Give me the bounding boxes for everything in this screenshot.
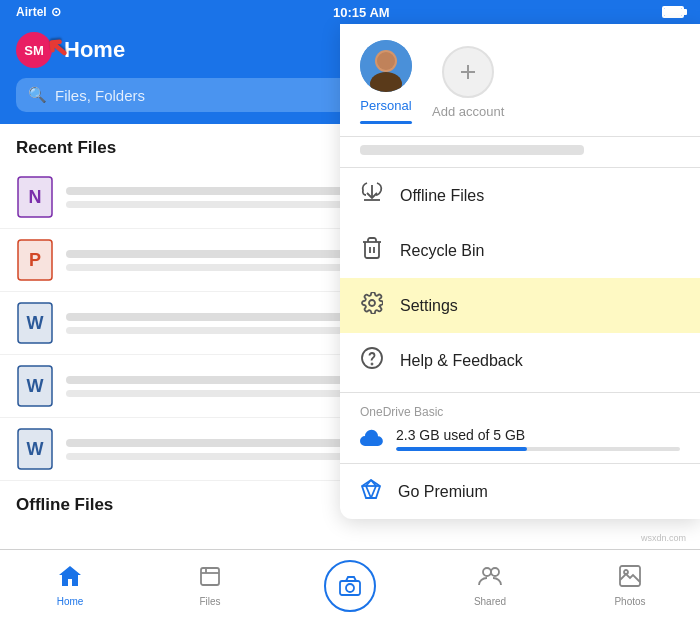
recycle-bin-label: Recycle Bin (400, 242, 484, 260)
svg-point-17 (346, 584, 354, 592)
storage-bar (396, 447, 680, 451)
recent-files-title: Recent Files (16, 138, 116, 158)
menu-item-help[interactable]: Help & Feedback (340, 333, 700, 388)
personal-account[interactable]: Personal (360, 40, 412, 124)
svg-rect-15 (201, 568, 219, 585)
file-meta (66, 390, 359, 397)
help-label: Help & Feedback (400, 352, 523, 370)
word-icon: W (16, 364, 54, 408)
offline-files-title: Offline Files (16, 495, 113, 515)
word-icon: W (16, 301, 54, 345)
offline-files-label: Offline Files (400, 187, 484, 205)
signal-icon: ⊙ (51, 5, 61, 19)
svg-text:W: W (27, 439, 44, 459)
file-meta (66, 327, 359, 334)
account-dropdown: Personal Add account (340, 24, 700, 519)
svg-point-30 (369, 300, 375, 306)
word-icon: W (16, 427, 54, 471)
settings-icon (360, 292, 384, 319)
svg-text:P: P (29, 250, 41, 270)
storage-text: 2.3 GB used of 5 GB (396, 427, 680, 443)
account-switcher: Personal Add account (340, 24, 700, 137)
storage-row: 2.3 GB used of 5 GB (360, 427, 680, 451)
svg-point-25 (377, 52, 395, 70)
nav-item-home[interactable]: Home (0, 565, 140, 607)
svg-line-38 (371, 486, 376, 498)
menu-item-recycle[interactable]: Recycle Bin (340, 223, 700, 278)
svg-point-32 (372, 364, 373, 365)
files-icon (199, 565, 221, 593)
file-meta (66, 264, 359, 271)
add-account[interactable]: Add account (432, 46, 504, 119)
home-label: Home (57, 596, 84, 607)
nav-item-photos[interactable]: Photos (560, 565, 700, 607)
search-input[interactable]: Files, Folders (55, 87, 145, 104)
carrier-name: Airtel (16, 5, 47, 19)
cloud-icon (360, 428, 384, 451)
settings-label: Settings (400, 297, 458, 315)
search-icon: 🔍 (28, 86, 47, 104)
premium-label: Go Premium (398, 483, 488, 501)
file-meta (66, 453, 359, 460)
file-meta (66, 201, 359, 208)
go-premium-row[interactable]: Go Premium (340, 463, 700, 519)
carrier-info: Airtel ⊙ (16, 5, 61, 19)
photos-icon (619, 565, 641, 593)
storage-info: 2.3 GB used of 5 GB (396, 427, 680, 451)
storage-fill (396, 447, 527, 451)
shared-icon (478, 565, 502, 593)
photos-label: Photos (614, 596, 645, 607)
svg-line-37 (366, 486, 371, 498)
svg-rect-16 (340, 581, 360, 595)
menu-item-settings[interactable]: Settings (340, 278, 700, 333)
nav-item-files[interactable]: Files (140, 565, 280, 607)
premium-diamond-icon (360, 478, 382, 505)
offline-files-icon (360, 182, 384, 209)
time-display: 10:15 AM (333, 5, 390, 20)
account-email-blurred (340, 137, 700, 168)
svg-point-19 (491, 568, 499, 576)
shared-label: Shared (474, 596, 506, 607)
add-account-circle (442, 46, 494, 98)
svg-text:N: N (29, 187, 42, 207)
menu-item-offline[interactable]: Offline Files (340, 168, 700, 223)
add-account-label: Add account (432, 104, 504, 119)
home-icon (58, 565, 82, 593)
status-bar: Airtel ⊙ 10:15 AM (0, 0, 700, 24)
storage-plan-label: OneDrive Basic (360, 405, 680, 419)
storage-section: OneDrive Basic 2.3 GB used of 5 GB (340, 392, 700, 463)
powerpoint-icon: P (16, 238, 54, 282)
battery-icon (662, 6, 684, 18)
bottom-nav: Home Files (0, 549, 700, 619)
svg-point-18 (483, 568, 491, 576)
nav-item-shared[interactable]: Shared (420, 565, 560, 607)
nav-item-camera[interactable] (280, 560, 420, 612)
battery-area (662, 6, 684, 18)
svg-text:W: W (27, 313, 44, 333)
help-icon (360, 347, 384, 374)
svg-marker-33 (362, 480, 380, 498)
personal-avatar (360, 40, 412, 92)
battery-fill (664, 8, 682, 16)
account-active-indicator (360, 121, 412, 124)
camera-button[interactable] (324, 560, 376, 612)
files-label: Files (199, 596, 220, 607)
onenote-icon: N (16, 175, 54, 219)
email-blurred (360, 145, 584, 155)
svg-text:W: W (27, 376, 44, 396)
personal-label: Personal (360, 98, 411, 113)
watermark: wsxdn.com (641, 533, 686, 543)
recycle-bin-icon (360, 237, 384, 264)
